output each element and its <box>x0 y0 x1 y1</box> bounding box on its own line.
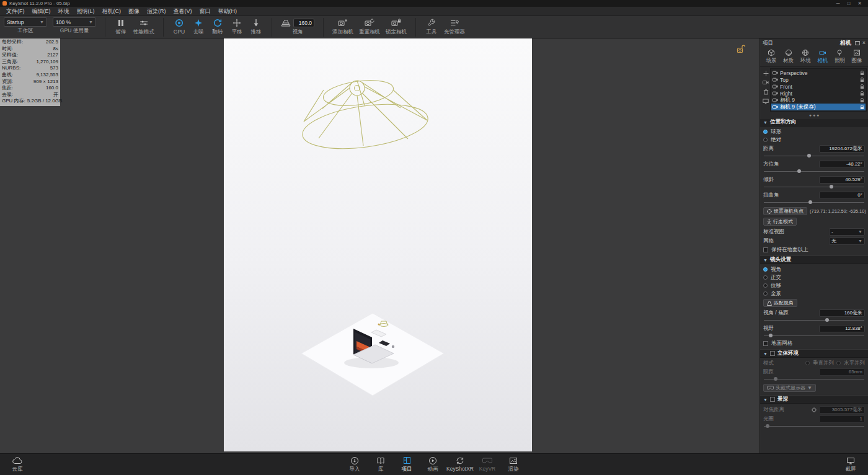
add-camera-button[interactable]: 添加相机 <box>332 17 353 36</box>
panel-close-icon[interactable]: × <box>862 40 866 46</box>
dof-checkbox[interactable] <box>770 397 775 402</box>
panel-pagination-dots[interactable]: ● ● ● <box>760 112 868 118</box>
pause-button[interactable]: 暂停 <box>114 17 128 36</box>
performance-mode-button[interactable]: 性能模式 <box>133 17 154 36</box>
tab-scene[interactable]: 场景 <box>763 49 779 64</box>
tab-lighting[interactable]: 照明 <box>831 49 848 64</box>
menu-edit[interactable]: 编辑(E) <box>29 7 55 16</box>
target-icon[interactable] <box>812 407 817 412</box>
reset-camera-button[interactable]: 重置相机 <box>359 17 380 36</box>
menu-image[interactable]: 图像 <box>125 7 143 16</box>
camera-row-right[interactable]: Right <box>771 90 866 97</box>
lock-icon[interactable] <box>860 98 864 103</box>
menu-file[interactable]: 文件(F) <box>2 7 29 16</box>
camera-row-top[interactable]: Top <box>771 76 866 83</box>
display-icon[interactable] <box>763 99 769 104</box>
keyshotxr-button[interactable]: KeyShotXR <box>446 456 474 473</box>
camera-row-front[interactable]: Front <box>771 83 866 90</box>
camera-row-perspective[interactable]: Perspective <box>771 69 866 76</box>
viewport[interactable]: 每秒采样:202.5 时间:8s 采样值:2127 三角形:1,270,109 … <box>0 38 760 453</box>
section-depth-of-field[interactable]: ▼ 景深 <box>760 395 868 404</box>
set-camera-focus-button[interactable]: 设置相机焦点 <box>763 207 807 215</box>
close-button[interactable]: ✕ <box>857 1 862 6</box>
maximize-button[interactable]: □ <box>847 1 850 6</box>
shift-radio[interactable]: 位移 <box>763 282 865 289</box>
hmd-select[interactable]: 头戴式显示器 ▼ <box>763 384 816 392</box>
panoramic-radio[interactable]: 全景 <box>763 290 865 297</box>
stereo-checkbox[interactable] <box>770 351 775 356</box>
menu-view[interactable]: 查看(V) <box>170 7 196 16</box>
lock-icon[interactable] <box>860 78 864 82</box>
twist-input[interactable] <box>819 192 865 199</box>
ground-grid-checkbox[interactable]: 地面网格 <box>763 340 865 347</box>
delete-camera-icon[interactable] <box>763 89 769 95</box>
vertical-side-radio[interactable]: 垂直并列 <box>805 360 834 366</box>
camera-unsaved-indicator-icon[interactable] <box>736 44 746 54</box>
lock-camera-button[interactable]: 锁定相机 <box>386 17 407 36</box>
azimuth-input[interactable] <box>819 161 865 168</box>
screenshot-button[interactable]: 截屏 <box>838 456 863 473</box>
field-of-view-input[interactable] <box>819 325 865 332</box>
field-of-view-slider[interactable] <box>764 334 864 338</box>
pan-tool-button[interactable]: 平移 <box>230 17 244 36</box>
lock-icon[interactable] <box>860 105 864 110</box>
gpu-usage-selector[interactable]: 100 %▼ GPU 使用量 <box>53 17 96 35</box>
tab-image[interactable]: 图像 <box>849 49 865 64</box>
tools-button[interactable]: 工具 <box>425 17 438 36</box>
section-stereo[interactable]: ▼ 立体环境 <box>760 349 868 358</box>
animation-button[interactable]: 动画 <box>420 456 445 473</box>
keyvr-button[interactable]: KeyVR <box>475 456 500 473</box>
camera-row-camera9-unsaved[interactable]: 相机 9 (未保存) <box>771 104 866 110</box>
save-camera-icon[interactable] <box>763 80 769 85</box>
render-canvas[interactable] <box>224 38 532 451</box>
focus-distance-input[interactable] <box>819 406 865 414</box>
light-manager-button[interactable]: 光管理器 <box>444 17 465 36</box>
keep-above-ground-checkbox[interactable]: 保持在地面以上 <box>763 246 865 253</box>
section-position-orientation[interactable]: ▼ 位置和方向 <box>760 118 868 127</box>
distance-slider[interactable] <box>764 154 864 158</box>
azimuth-slider[interactable] <box>764 169 864 174</box>
import-button[interactable]: 导入 <box>342 456 367 473</box>
distance-input[interactable] <box>819 145 865 153</box>
focal-length-input[interactable] <box>819 309 865 317</box>
gpu-toggle-button[interactable]: GPU <box>172 17 186 35</box>
menu-lighting[interactable]: 照明(L) <box>73 7 99 16</box>
spherical-radio[interactable]: 球形 <box>763 128 865 135</box>
minimize-button[interactable]: ─ <box>836 1 840 6</box>
aperture-input[interactable] <box>819 415 865 423</box>
walk-mode-button[interactable]: 行走模式 <box>763 218 797 226</box>
eye-distance-slider[interactable] <box>764 377 864 381</box>
twist-slider[interactable] <box>764 200 864 205</box>
horizontal-side-radio[interactable]: 水平并列 <box>836 360 865 366</box>
menu-environment[interactable]: 环境 <box>55 7 73 16</box>
undock-icon[interactable] <box>855 41 860 45</box>
camera-row-camera9[interactable]: 相机 9 <box>771 97 866 104</box>
tab-environment[interactable]: 环境 <box>797 49 813 64</box>
tumble-tool-button[interactable]: 翻转 <box>211 17 224 36</box>
tab-camera[interactable]: 相机 <box>815 49 831 64</box>
denoise-toggle-button[interactable]: 去噪 <box>192 17 205 36</box>
eye-distance-input[interactable] <box>819 368 865 376</box>
fov-input[interactable] <box>293 19 314 27</box>
perspective-radio[interactable]: 视角 <box>763 266 865 273</box>
absolute-radio[interactable]: 绝对 <box>763 136 865 143</box>
library-button[interactable]: 库 <box>368 456 393 473</box>
match-perspective-button[interactable]: 匹配视角 <box>763 299 797 307</box>
menu-window[interactable]: 窗口 <box>196 7 215 16</box>
project-button[interactable]: 项目 <box>394 456 419 473</box>
incline-input[interactable] <box>819 176 865 184</box>
cloud-library-button[interactable]: 云库 <box>5 456 30 473</box>
lock-icon[interactable] <box>860 71 864 76</box>
add-camera-icon[interactable] <box>763 71 769 76</box>
menu-render[interactable]: 渲染(R) <box>143 7 170 16</box>
orthographic-radio[interactable]: 正交 <box>763 274 865 281</box>
menu-camera[interactable]: 相机(C) <box>99 7 125 16</box>
incline-slider[interactable] <box>764 185 864 189</box>
section-lens-settings[interactable]: ▼ 镜头设置 <box>760 255 868 264</box>
standard-view-select[interactable]: - ▼ <box>829 228 865 236</box>
menu-help[interactable]: 帮助(H) <box>215 7 241 16</box>
focal-length-slider[interactable] <box>764 318 864 322</box>
aperture-slider[interactable] <box>764 424 864 428</box>
workspace-selector[interactable]: Startup▼ 工作区 <box>4 17 47 35</box>
render-button[interactable]: 渲染 <box>501 456 526 473</box>
